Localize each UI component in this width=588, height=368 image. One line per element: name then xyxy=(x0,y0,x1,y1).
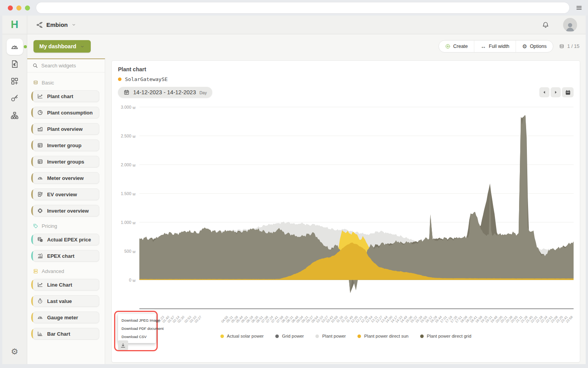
widget-item-inverter-overview[interactable]: Inverter overview xyxy=(33,205,99,217)
device-row: SolarGatewaySE xyxy=(118,76,574,82)
chart-line-icon xyxy=(37,93,43,99)
next-period-button[interactable] xyxy=(551,87,561,97)
toolbar-actions: Create ↔ Full width ⚙ Options xyxy=(438,40,553,53)
ev-icon xyxy=(37,191,43,197)
widget-item-inverter-groups[interactable]: Inverter groups xyxy=(33,156,99,167)
widget-item-bar-chart[interactable]: Bar Chart xyxy=(33,328,99,340)
widget-item-plant-consumption[interactable]: Plant consumption xyxy=(33,107,99,118)
create-button[interactable]: Create xyxy=(439,40,474,52)
widget-item-gauge-meter[interactable]: Gauge meter xyxy=(33,312,99,323)
legend-item-grid-power[interactable]: Grid power xyxy=(275,334,304,338)
maximize-window-icon[interactable] xyxy=(25,5,30,11)
plus-circle-icon xyxy=(445,44,451,49)
device-status-dot xyxy=(118,77,121,81)
widget-item-epex-chart[interactable]: EPEX chart xyxy=(33,250,99,262)
rail-item-billing[interactable] xyxy=(7,56,23,72)
prev-period-button[interactable] xyxy=(539,87,549,97)
table-icon xyxy=(37,158,43,165)
widget-item-ev-overview[interactable]: EV overview xyxy=(33,188,99,200)
org-selector[interactable]: Embion xyxy=(46,21,68,28)
table-icon xyxy=(37,142,43,148)
device-name: SolarGatewaySE xyxy=(125,76,168,82)
nav-rail: ⚙ xyxy=(2,34,27,364)
full-width-icon: ↔ xyxy=(481,44,486,49)
factory-icon xyxy=(37,126,43,132)
dashboard-pager[interactable]: 1 / 15 xyxy=(559,44,579,49)
gauge-icon xyxy=(37,314,43,320)
widget-item-plant-overview[interactable]: Plant overview xyxy=(33,123,99,135)
widget-item-last-value[interactable]: Last value xyxy=(33,295,99,307)
calendar-icon xyxy=(565,89,571,96)
chart-line-icon xyxy=(37,282,43,288)
dashboard-selector-button[interactable]: My dashboard xyxy=(33,40,91,53)
user-avatar[interactable] xyxy=(563,18,577,32)
org-network-icon xyxy=(36,21,43,28)
chevron-down-icon[interactable] xyxy=(71,22,76,27)
legend-item-plant-power-direct-sun[interactable]: Plant power direct sun xyxy=(357,334,408,338)
coins-icon xyxy=(37,236,43,243)
download-icon xyxy=(120,342,126,349)
widget-item-line-chart[interactable]: Line Chart xyxy=(33,279,99,291)
widget-item-inverter-group[interactable]: Inverter group xyxy=(33,139,99,151)
legend-item-plant-power[interactable]: Plant power xyxy=(315,334,346,338)
rail-item-topology[interactable] xyxy=(7,107,23,123)
full-width-label: Full width xyxy=(489,44,509,49)
minimize-window-icon[interactable] xyxy=(16,5,21,11)
dashboard-selector-label: My dashboard xyxy=(39,43,76,49)
widget-item-meter-overview[interactable]: Meter overview xyxy=(33,172,99,184)
tag-icon xyxy=(33,223,39,229)
browser-chrome xyxy=(0,0,588,16)
widget-search[interactable] xyxy=(27,59,105,72)
chevron-down-icon xyxy=(80,44,85,49)
chip-icon xyxy=(37,208,43,214)
svg-text:1.000 W: 1.000 W xyxy=(121,220,136,225)
date-granularity-label: Day xyxy=(199,90,207,95)
app-logo[interactable]: H xyxy=(2,16,27,34)
widget-item-plant-chart[interactable]: Plant chart xyxy=(33,90,99,102)
gauge-icon xyxy=(37,175,43,181)
browser-menu-icon[interactable] xyxy=(576,4,583,11)
options-button[interactable]: ⚙ Options xyxy=(516,40,553,52)
legend-item-actual-solar-power[interactable]: Actual solar power xyxy=(220,334,264,338)
section-header-basic: Basic xyxy=(33,80,99,86)
svg-text:3.000 W: 3.000 W xyxy=(121,105,136,110)
dashboard-toolbar: My dashboard Create ↔ Full width xyxy=(27,34,586,58)
search-input[interactable] xyxy=(41,63,100,69)
rail-item-dashboards[interactable] xyxy=(7,39,23,55)
date-nav xyxy=(539,87,574,97)
date-range-picker[interactable]: 14-12-2023 - 14-12-2023 Day xyxy=(118,87,212,98)
dashboard-canvas: Plant chart SolarGatewaySE 14-12-2023 - … xyxy=(105,58,586,364)
app-header: H Embion xyxy=(2,16,586,34)
download-button[interactable] xyxy=(118,340,128,350)
chevron-left-icon xyxy=(542,90,547,95)
rail-item-widgets[interactable] xyxy=(7,73,23,89)
close-window-icon[interactable] xyxy=(8,5,13,11)
app-window: H Embion ⚙ My dashboard xyxy=(2,16,586,364)
svg-text:1.500 W: 1.500 W xyxy=(121,191,136,196)
settings-gear-icon[interactable]: ⚙ xyxy=(11,347,18,356)
menu-item-download-jpeg-image[interactable]: Download JPEG Image xyxy=(118,316,156,324)
pager-label: 1 / 15 xyxy=(567,44,579,49)
download-menu: Download JPEG ImageDownload PDF document… xyxy=(118,314,156,343)
menu-item-download-pdf-document[interactable]: Download PDF document xyxy=(118,324,156,333)
address-bar[interactable] xyxy=(36,2,569,13)
logo-letter: H xyxy=(11,19,19,31)
window-controls[interactable] xyxy=(8,5,30,11)
stopwatch-icon xyxy=(37,298,43,304)
section-header-advanced: Advanced xyxy=(33,268,99,274)
rail-item-access-keys[interactable] xyxy=(7,90,23,106)
svg-text:2.500 W: 2.500 W xyxy=(121,134,136,139)
menu-item-download-csv[interactable]: Download CSV xyxy=(118,333,156,341)
options-label: Options xyxy=(530,44,547,49)
legend-item-plant-power-direct-grid[interactable]: Plant power direct grid xyxy=(420,334,471,338)
search-icon xyxy=(32,63,38,69)
gear-icon: ⚙ xyxy=(522,44,527,49)
jump-to-date-button[interactable] xyxy=(562,87,574,97)
svg-text:500 W: 500 W xyxy=(124,249,136,254)
notifications-bell-icon[interactable] xyxy=(542,21,549,29)
widget-item-actual-epex-price[interactable]: Actual EPEX price xyxy=(33,234,99,245)
plant-chart-plot[interactable]: 3.000 W2.500 W2.000 W1.500 W1.000 W500 W… xyxy=(118,103,574,332)
stack-icon xyxy=(559,44,565,49)
layers-icon xyxy=(33,80,39,86)
full-width-button[interactable]: ↔ Full width xyxy=(474,40,516,52)
